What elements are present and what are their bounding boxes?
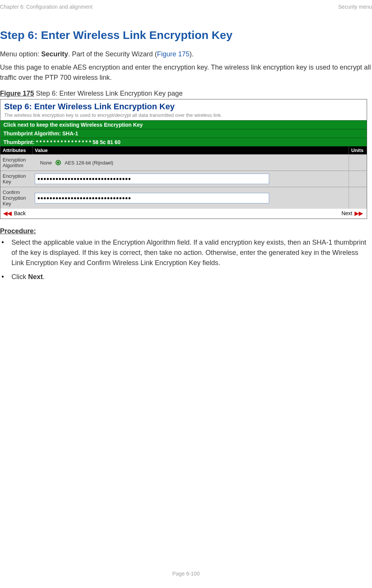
banner-keep-key: Click next to keep the existing Wireless… [0, 120, 367, 129]
table-row: Encryption Key •••••••••••••••••••••••••… [0, 171, 367, 187]
radio-label-aes: AES 128-bit (Rijndael) [65, 160, 113, 166]
figure-caption: Figure 175 Step 6: Enter Wireless Link E… [0, 90, 372, 98]
encryption-key-input[interactable]: ••••••••••••••••••••••••••••••• [35, 174, 269, 184]
figure-label: Figure 175 [0, 90, 34, 97]
row-label-algorithm: Encryption Algorithm [0, 155, 33, 171]
next-text: Next [28, 273, 43, 281]
wizard-step-title: Step 6: Enter Wireless Link Encryption K… [0, 99, 367, 112]
page-title: Step 6: Enter Wireless Link Encryption K… [0, 29, 372, 42]
header-left: Chapter 6: Configuration and alignment [0, 4, 92, 10]
screenshot-figure: Step 6: Enter Wireless Link Encryption K… [0, 99, 367, 219]
banner-thumbprint: Thumbprint: * * * * * * * * * * * * * * … [0, 138, 367, 146]
table-row: Encryption Algorithm None AES 128-bit (R… [0, 154, 367, 171]
header-right: Security menu [338, 4, 372, 10]
table-row: Confirm Encryption Key •••••••••••••••••… [0, 187, 367, 209]
radio-label-none: None [40, 160, 52, 166]
arrow-left-icon: ◀◀ [3, 210, 12, 216]
arrow-right-icon: ▶▶ [355, 210, 363, 216]
intro-para-1: Menu option: Security. Part of the Secur… [0, 49, 372, 59]
figure-link[interactable]: Figure 175 [157, 50, 189, 58]
confirm-encryption-key-input[interactable]: ••••••••••••••••••••••••••••••• [35, 193, 269, 203]
row-label-confirm-key: Confirm Encryption Key [0, 187, 33, 209]
menu-option-security: Security [41, 50, 68, 58]
list-item: Select the applicable value in the Encry… [0, 237, 372, 268]
banner-thumbprint-algo: Thumbprint Algorithm: SHA-1 [0, 129, 367, 138]
procedure-section: Procedure: Select the applicable value i… [0, 227, 372, 282]
col-header-attributes: Attributes [0, 146, 33, 154]
row-label-key: Encryption Key [0, 171, 33, 187]
page-footer: Page 6-100 [0, 571, 372, 577]
wizard-step-subtitle: The wireless link encryption key is used… [0, 112, 367, 120]
back-button[interactable]: ◀◀ Back [3, 210, 26, 216]
wizard-nav: ◀◀ Back Next ▶▶ [0, 209, 367, 219]
intro-para-2: Use this page to enable AES encryption a… [0, 62, 372, 83]
next-button[interactable]: Next ▶▶ [341, 210, 363, 216]
col-header-value: Value [33, 146, 349, 154]
procedure-heading: Procedure: [0, 227, 372, 235]
radio-aes-128[interactable] [56, 160, 61, 165]
list-item: Click Next. [0, 272, 372, 282]
table-header-row: Attributes Value Units [0, 146, 367, 154]
col-header-units: Units [349, 146, 367, 154]
page-header: Chapter 6: Configuration and alignment S… [0, 0, 372, 14]
